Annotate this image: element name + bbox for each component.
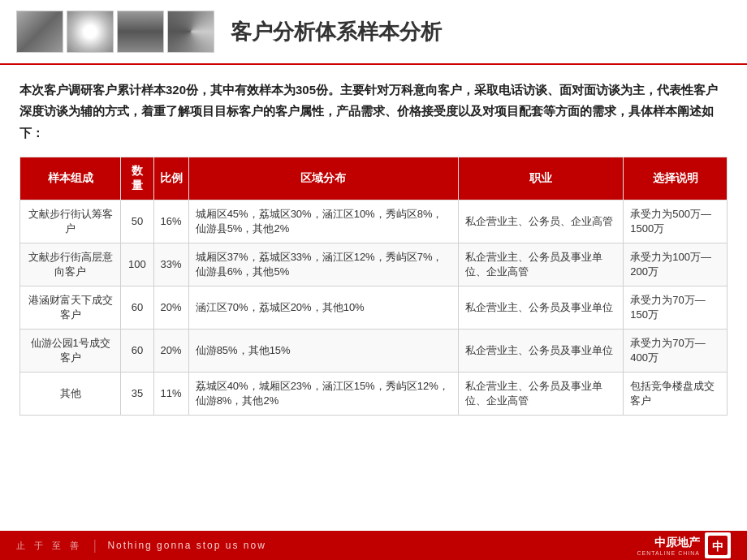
cell-count: 60: [121, 329, 153, 372]
footer-divider: |: [93, 538, 96, 553]
header-images: [16, 11, 214, 53]
header: 客户分析体系样本分析: [0, 0, 747, 65]
cell-region: 城厢区45%，荔城区30%，涵江区10%，秀屿区8%，仙游县5%，其他2%: [188, 200, 459, 243]
content-area: 本次客户调研客户累计样本320份，其中有效样本为305份。主要针对万科意向客户，…: [0, 65, 747, 531]
cell-profession: 私企营业主、公务员及事业单位、企业高管: [459, 243, 624, 286]
cell-profession: 私企营业主、公务员及事业单位、企业高管: [459, 372, 624, 415]
cell-region: 涵江区70%，荔城区20%，其他10%: [188, 286, 459, 329]
cell-count: 60: [121, 286, 153, 329]
cell-count: 100: [121, 243, 153, 286]
cell-note: 包括竞争楼盘成交客户: [624, 372, 728, 415]
logo-icon: 中: [705, 532, 731, 558]
header-image-3: [117, 11, 164, 53]
cell-ratio: 11%: [153, 372, 188, 415]
cell-note: 承受力为70万—400万: [624, 329, 728, 372]
table-row: 文献步行街认筹客户5016%城厢区45%，荔城区30%，涵江区10%，秀屿区8%…: [20, 200, 728, 243]
cell-region: 仙游85%，其他15%: [188, 329, 459, 372]
logo-text-group: 中原地产 CENTALINE CHINA: [637, 536, 701, 556]
data-table: 样本组成 数量 比例 区域分布 职业 选择说明 文献步行街认筹客户5016%城厢…: [19, 157, 728, 416]
header-image-4: [167, 11, 214, 53]
cell-region: 荔城区40%，城厢区23%，涵江区15%，秀屿区12%，仙游8%，其他2%: [188, 372, 459, 415]
cell-note: 承受力为100万—200万: [624, 243, 728, 286]
logo-chinese: 中原地产: [654, 536, 700, 550]
col-header-note: 选择说明: [624, 157, 728, 200]
cell-region: 城厢区37%，荔城区33%，涵江区12%，秀屿区7%，仙游县6%，其他5%: [188, 243, 459, 286]
cell-name: 港涵财富天下成交客户: [20, 286, 121, 329]
footer: 止 于 至 善 | Nothing gonna stop us now 中原地产…: [0, 531, 747, 560]
col-header-count: 数量: [121, 157, 153, 200]
page-title: 客户分析体系样本分析: [231, 18, 442, 46]
cell-profession: 私企营业主、公务员及事业单位: [459, 286, 624, 329]
table-row: 仙游公园1号成交客户6020%仙游85%，其他15%私企营业主、公务员及事业单位…: [20, 329, 728, 372]
footer-left: 止 于 至 善 | Nothing gonna stop us now: [16, 538, 266, 553]
logo-english: CENTALINE CHINA: [637, 550, 701, 556]
cell-ratio: 20%: [153, 286, 188, 329]
cell-name: 其他: [20, 372, 121, 415]
header-image-2: [67, 11, 114, 53]
footer-slogan: Nothing gonna stop us now: [107, 540, 266, 551]
cell-name: 文献步行街高层意向客户: [20, 243, 121, 286]
cell-name: 仙游公园1号成交客户: [20, 329, 121, 372]
col-header-region: 区域分布: [188, 157, 459, 200]
table-row: 文献步行街高层意向客户10033%城厢区37%，荔城区33%，涵江区12%，秀屿…: [20, 243, 728, 286]
cell-profession: 私企营业主、公务员、企业高管: [459, 200, 624, 243]
table-row: 其他3511%荔城区40%，城厢区23%，涵江区15%，秀屿区12%，仙游8%，…: [20, 372, 728, 415]
col-header-name: 样本组成: [20, 157, 121, 200]
cell-ratio: 20%: [153, 329, 188, 372]
cell-note: 承受力为500万—1500万: [624, 200, 728, 243]
cell-note: 承受力为70万—150万: [624, 286, 728, 329]
cell-name: 文献步行街认筹客户: [20, 200, 121, 243]
footer-logo: 中原地产 CENTALINE CHINA 中: [637, 532, 732, 558]
cell-ratio: 33%: [153, 243, 188, 286]
cell-count: 35: [121, 372, 153, 415]
table-row: 港涵财富天下成交客户6020%涵江区70%，荔城区20%，其他10%私企营业主、…: [20, 286, 728, 329]
header-image-1: [16, 11, 63, 53]
cell-profession: 私企营业主、公务员及事业单位: [459, 329, 624, 372]
intro-paragraph: 本次客户调研客户累计样本320份，其中有效样本为305份。主要针对万科意向客户，…: [19, 80, 728, 144]
cell-ratio: 16%: [153, 200, 188, 243]
col-header-ratio: 比例: [153, 157, 188, 200]
cell-count: 50: [121, 200, 153, 243]
svg-text:中: 中: [712, 540, 723, 553]
col-header-profession: 职业: [459, 157, 624, 200]
table-header-row: 样本组成 数量 比例 区域分布 职业 选择说明: [20, 157, 728, 200]
footer-chinese-text: 止 于 至 善: [16, 540, 82, 552]
main-container: 客户分析体系样本分析 本次客户调研客户累计样本320份，其中有效样本为305份。…: [0, 0, 747, 560]
